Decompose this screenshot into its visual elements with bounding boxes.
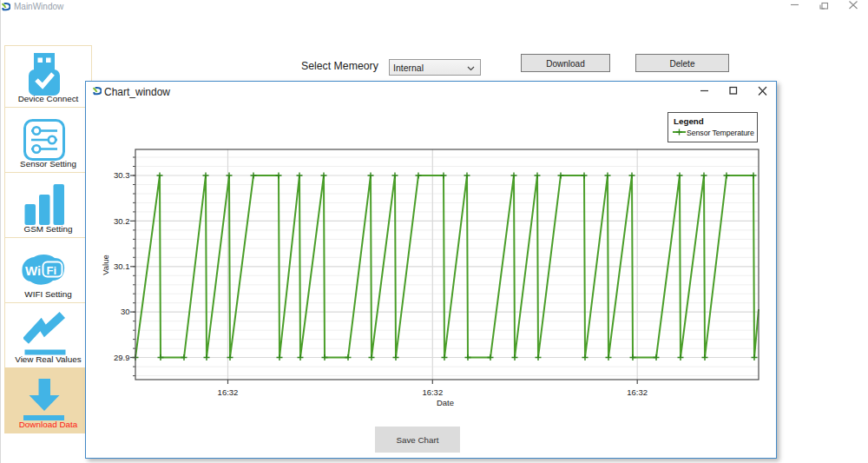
svg-text:30.2: 30.2 [114,216,130,226]
svg-text:16:32: 16:32 [627,387,648,397]
svg-text:16:32: 16:32 [218,387,239,397]
svg-text:Date: Date [437,398,454,407]
svg-text:Value: Value [101,255,110,275]
svg-text:30.1: 30.1 [114,261,130,271]
svg-text:30.3: 30.3 [114,170,130,180]
svg-text:29.9: 29.9 [114,353,130,362]
svg-text:Wi: Wi [25,263,41,278]
svg-text:16:32: 16:32 [422,387,443,397]
svg-text:30: 30 [121,307,130,316]
svg-text:Fi: Fi [47,264,57,277]
